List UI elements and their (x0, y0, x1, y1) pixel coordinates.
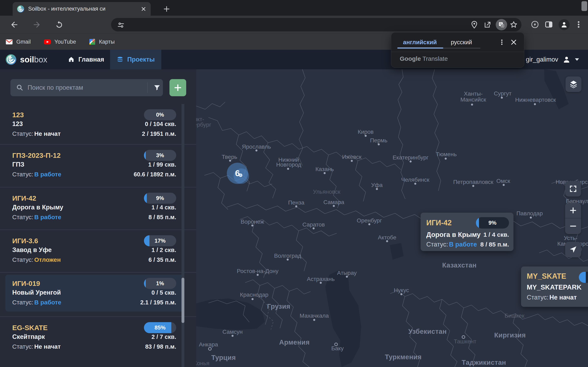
cluster-point-marker[interactable] (239, 174, 242, 177)
map-label: Турция (211, 354, 236, 361)
map-label: Киров (358, 129, 374, 135)
zoom-in-button[interactable] (565, 203, 581, 218)
map-label: Ростов-на-Дону (237, 268, 278, 275)
map-city-dot (503, 184, 505, 186)
fullscreen-button[interactable] (565, 181, 581, 197)
project-name: Завод в Уфе (12, 246, 52, 254)
map-city-dot (232, 335, 233, 337)
search-input[interactable] (27, 79, 142, 96)
translate-options-icon[interactable] (498, 38, 506, 47)
sidebar-scrollbar-track[interactable] (182, 104, 184, 367)
window-scrollbar-stub[interactable] (581, 1, 587, 11)
map-city-dot (376, 188, 378, 190)
tune-icon[interactable] (116, 21, 125, 30)
browser-tab[interactable]: Soilbox - интеллектуальная си (13, 2, 151, 16)
map-city-dot (365, 135, 367, 137)
nav-home[interactable]: Главная (61, 50, 111, 69)
soilbox-logo[interactable]: soilbox (5, 50, 47, 69)
popup-project-code: ИГИ-42 (426, 218, 452, 227)
map-city-dot (386, 240, 388, 242)
map-label: Мансийск (460, 96, 486, 103)
map-label: Баку (331, 345, 344, 352)
project-card[interactable]: ГПЗ-2023-П-12 3% ГПЗ 1 / 99 скв. Статус:… (0, 144, 196, 187)
bookmark-youtube[interactable]: YouTube (44, 39, 76, 45)
wells-count: 0 / 5 скв. (151, 289, 176, 296)
map-popup-myskate[interactable]: MY_SKATE MY_SKATEPARK Статус: Не начат (521, 267, 588, 307)
filter-icon[interactable] (153, 84, 161, 91)
project-card[interactable]: EG-SKATE 85% Скейтпарк 2 / 7 скв. Статус… (0, 317, 196, 367)
username: gir_galimov (526, 56, 558, 63)
bookmark-label: YouTube (54, 39, 76, 45)
bookmark-star-icon[interactable] (509, 20, 518, 29)
map-label: Анкара (199, 341, 218, 348)
meters-count: 83 / 98 п.м. (145, 343, 176, 350)
forward-icon[interactable] (32, 20, 41, 29)
search-divider (147, 82, 148, 93)
map-label: Челябинск (401, 176, 429, 183)
tab-close-icon[interactable] (140, 6, 147, 12)
map-city-dot (472, 185, 474, 187)
progress-pill: 85% (144, 322, 176, 333)
project-code: ИГИ-019 (12, 280, 40, 287)
map-labels-layer: нкт-ербургТверьЯрославльНижнийНовгородКи… (196, 69, 588, 367)
translate-tab-english[interactable]: английский (403, 39, 437, 46)
back-icon[interactable] (10, 20, 19, 29)
map-label: Махачкала (300, 313, 329, 319)
map-city-dot (351, 160, 353, 162)
map-label: Новгород (276, 161, 301, 168)
translate-close-icon[interactable] (509, 38, 518, 47)
sidebar-scrollbar-thumb[interactable] (182, 278, 184, 323)
map-city-dot (320, 282, 322, 284)
map-canvas[interactable]: нкт-ербургТверьЯрославльНижнийНовгородКи… (196, 69, 588, 367)
memory-saver-icon[interactable] (530, 20, 539, 29)
map-city-dot (287, 259, 289, 261)
map-popup-igi42[interactable]: ИГИ-42 9% Дорога в Крыму 1 / 4 скв. Стат… (421, 213, 513, 251)
project-card[interactable]: ИГИ-42 9% Дорога в Крыму 1 / 4 скв. Стат… (0, 187, 196, 230)
translate-tab-russian[interactable]: русский (451, 39, 472, 46)
map-label: Бишкек (505, 313, 525, 319)
locate-button[interactable] (565, 242, 581, 257)
side-panel-icon[interactable] (544, 20, 553, 29)
project-code: ИГИ-3.6 (12, 237, 38, 245)
browser-profile-avatar[interactable] (559, 19, 570, 30)
map-label: Конья (196, 360, 209, 367)
bookmark-gmail[interactable]: Gmail (6, 39, 31, 45)
user-menu[interactable]: gir_galimov (526, 50, 579, 69)
map-city-dot (378, 143, 380, 145)
location-icon[interactable] (470, 20, 479, 29)
popup-divider (391, 52, 524, 52)
progress-pill: 9% (144, 193, 176, 204)
map-label: Самара (323, 199, 344, 206)
progress-pill: 17% (144, 235, 176, 246)
project-card[interactable]: ИГИ-019 1% Новый Уренгой 0 / 5 скв. Стат… (0, 272, 196, 317)
add-project-button[interactable] (169, 79, 186, 96)
reload-icon[interactable] (55, 20, 64, 29)
nav-projects[interactable]: Проекты (110, 50, 161, 69)
map-label: Атырау (337, 270, 357, 276)
popup-project-name: Дорога в Крыму (426, 231, 481, 239)
map-label: Тюмень (436, 151, 457, 158)
map-label: Оренбург (357, 217, 382, 224)
open-in-new-icon[interactable] (483, 20, 492, 29)
nav-home-label: Главная (78, 56, 104, 63)
zoom-out-button[interactable] (565, 218, 581, 234)
map-label: Пенза (288, 200, 304, 206)
cluster-count[interactable]: 6 (235, 168, 240, 178)
map-label: Тверь (222, 154, 237, 160)
project-search[interactable] (10, 79, 163, 96)
maps-icon (89, 39, 95, 45)
wells-count: 1 / 2 скв. (151, 247, 176, 253)
project-card[interactable]: 123 0% 123 0 / 104 скв. Статус: Не начат… (0, 104, 196, 144)
project-card[interactable]: ИГИ-3.6 17% Завод в Уфе 1 / 2 скв. Стату… (0, 230, 196, 272)
map-city-dot (251, 298, 254, 300)
layers-button[interactable] (566, 76, 581, 92)
translate-icon[interactable]: G (496, 19, 507, 30)
map-city-dot (295, 205, 297, 207)
browser-menu-icon[interactable] (574, 20, 583, 29)
new-tab-button[interactable] (162, 4, 172, 14)
bookmark-maps[interactable]: Карты (89, 39, 115, 45)
address-bar[interactable]: G (111, 18, 521, 31)
meters-count: 8 / 85 п.м. (148, 214, 176, 221)
tab-title-fade (121, 4, 136, 14)
map-city-dot (530, 217, 532, 218)
